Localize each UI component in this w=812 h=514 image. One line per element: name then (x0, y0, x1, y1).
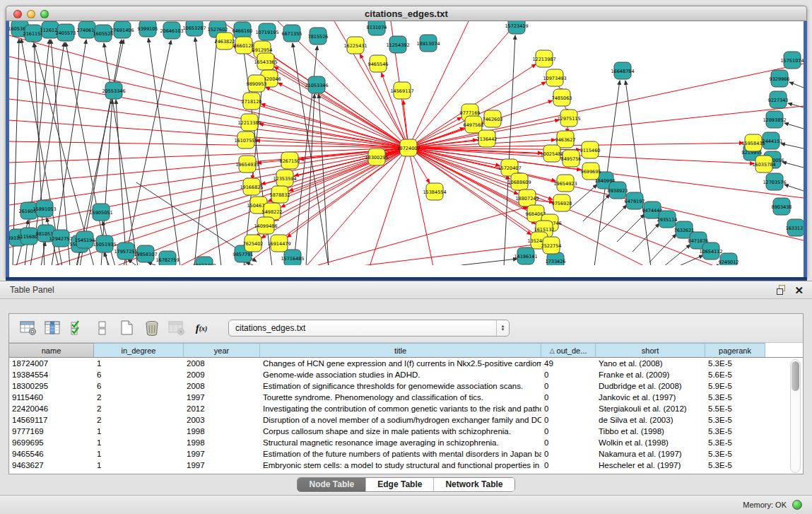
graph-node[interactable]: 2718120 (242, 93, 262, 110)
graph-node[interactable]: 27691406 (110, 21, 134, 38)
table-vertical-scrollbar[interactable] (790, 359, 801, 473)
table-cell[interactable]: 2008 (184, 358, 260, 369)
graph-node[interactable]: 9699695 (581, 163, 601, 180)
table-cell[interactable]: 0 (541, 369, 596, 380)
column-visibility-icon[interactable] (44, 319, 62, 337)
table-cell[interactable]: 5.3E-5 (705, 358, 765, 369)
table-cell[interactable]: 18724007 (9, 358, 94, 369)
citation-network-graph[interactable]: 1605361121611581126125240557327406141605… (9, 21, 804, 265)
table-cell[interactable]: Tibbo et al. (1998) (596, 426, 705, 437)
graph-node[interactable]: 10688609 (507, 173, 531, 190)
graph-node[interactable]: 9756928 (552, 194, 572, 211)
graph-node[interactable]: 7485063 (552, 89, 572, 106)
graph-node[interactable]: 15384554 (423, 183, 446, 200)
graph-node[interactable]: 6466160 (233, 22, 253, 39)
graph-node[interactable]: 8131074 (367, 21, 387, 35)
table-cell[interactable]: 5.3E-5 (705, 437, 765, 448)
graph-node[interactable]: 18300295 (365, 148, 388, 165)
graph-edge[interactable] (287, 148, 408, 238)
graph-node[interactable]: 18913074 (416, 35, 440, 52)
table-cell[interactable]: 0 (541, 426, 596, 437)
table-cell[interactable]: 9115460 (9, 392, 94, 403)
function-builder-icon[interactable]: f(x) (192, 319, 211, 337)
graph-edge[interactable] (355, 245, 535, 265)
table-cell[interactable]: 0 (541, 448, 596, 460)
column-header-short[interactable]: short (596, 343, 705, 357)
table-cell[interactable]: 9777169 (9, 426, 94, 437)
table-cell[interactable]: 0 (541, 414, 596, 426)
close-window-button[interactable] (13, 10, 22, 18)
table-cell[interactable]: 2008 (184, 380, 260, 392)
graph-node[interactable]: 7815526 (308, 28, 329, 45)
graph-node[interactable]: 10653287 (182, 21, 206, 36)
memory-status-indicator[interactable] (792, 500, 802, 510)
graph-node[interactable]: 9465546 (368, 55, 389, 72)
column-header-name[interactable]: name (9, 343, 94, 357)
table-cell[interactable]: 2012 (184, 403, 260, 414)
graph-node[interactable]: 8660128 (234, 37, 254, 54)
tab-node-table[interactable]: Node Table (298, 478, 366, 491)
graph-node[interactable]: 21053346 (305, 76, 328, 93)
delete-icon[interactable] (143, 319, 161, 337)
table-row[interactable]: 1938455462009Genome-wide association stu… (9, 369, 803, 380)
graph-node[interactable]: 10719195 (255, 23, 278, 40)
delete-table-icon[interactable] (167, 319, 186, 337)
table-cell[interactable]: 1 (94, 437, 184, 448)
graph-edge[interactable] (274, 66, 408, 148)
table-cell[interactable]: 2009 (184, 369, 260, 380)
graph-node[interactable]: 2935114 (657, 211, 678, 228)
graph-edge[interactable] (194, 39, 217, 265)
graph-edge[interactable] (782, 162, 804, 168)
graph-node[interactable]: 14196141 (514, 247, 537, 264)
graph-node[interactable]: 7462603 (483, 110, 503, 127)
tab-edge-table[interactable]: Edge Table (366, 478, 434, 491)
graph-edge[interactable] (583, 194, 610, 221)
table-row[interactable]: 1456911722003Disruption of a novel membe… (9, 414, 803, 426)
graph-node[interactable]: 16914479 (267, 235, 290, 252)
table-cell[interactable]: 5.5E-5 (705, 403, 765, 414)
table-row[interactable]: 977716911998Corpus callosum shape and si… (9, 426, 803, 437)
graph-edge[interactable] (504, 35, 515, 265)
graph-node[interactable]: 9399105 (138, 21, 158, 37)
table-cell[interactable]: Disruption of a novel member of a sodium… (260, 414, 541, 426)
graph-edge[interactable] (784, 185, 804, 191)
window-titlebar[interactable]: citations_edges.txt (6, 6, 807, 21)
graph-node[interactable]: 8938923 (608, 182, 628, 199)
graph-node[interactable]: 16543365 (254, 53, 277, 70)
graph-node[interactable]: 1733426 (546, 252, 566, 265)
graph-edge[interactable] (632, 223, 659, 252)
table-cell[interactable]: Franke et al. (2009) (596, 369, 705, 380)
graph-node[interactable]: 11254392 (386, 36, 409, 53)
table-cell[interactable]: 19384554 (9, 369, 94, 380)
graph-node[interactable]: 16225431 (343, 37, 367, 54)
graph-node[interactable]: 16782759 (155, 251, 179, 265)
graph-node[interactable]: 15905051 (89, 204, 112, 221)
graph-edge[interactable] (789, 82, 804, 88)
table-cell[interactable]: Genome-wide association studies in ADHD. (260, 369, 541, 380)
graph-node[interactable]: 9115460 (580, 141, 601, 158)
graph-node[interactable]: 5878832 (270, 186, 290, 203)
graph-node[interactable]: 7625402 (243, 235, 264, 252)
graph-node[interactable]: 1545194 (75, 231, 95, 248)
graph-node[interactable]: 18807249 (515, 189, 539, 206)
graph-node[interactable]: 8903438 (772, 198, 792, 215)
table-cell[interactable]: 6 (94, 380, 184, 392)
network-canvas[interactable]: 1605361121611581126125240557327406141605… (9, 21, 804, 265)
graph-node[interactable]: 15751074 (780, 52, 804, 69)
graph-edge[interactable] (104, 252, 110, 265)
table-cell[interactable]: 2 (94, 403, 184, 414)
graph-node[interactable]: 7463822 (215, 33, 235, 49)
table-cell[interactable]: 5.3E-5 (705, 426, 765, 437)
table-cell[interactable]: 1997 (184, 448, 260, 460)
table-cell[interactable]: Stergiakouli et al. (2012) (596, 403, 705, 414)
column-header-title[interactable]: title (260, 343, 541, 357)
table-cell[interactable]: 1998 (184, 437, 260, 448)
table-cell[interactable]: 0 (541, 392, 596, 403)
graph-edge[interactable] (781, 144, 804, 148)
table-cell[interactable]: de Silva et al. (2003) (596, 414, 705, 426)
table-cell[interactable]: 1997 (184, 460, 260, 471)
table-cell[interactable]: 1 (94, 426, 184, 437)
graph-edge[interactable] (128, 259, 138, 265)
graph-node[interactable]: 9227343 (768, 91, 789, 108)
table-cell[interactable]: Wolkin et al. (1998) (596, 437, 705, 448)
